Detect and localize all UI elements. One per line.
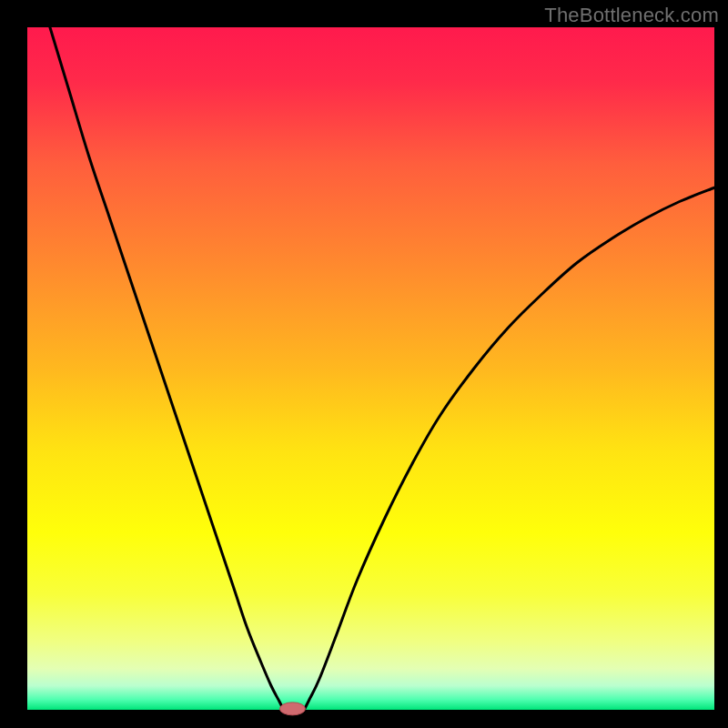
selected-point-marker: [279, 703, 305, 715]
chart-frame: TheBottleneck.com: [0, 0, 728, 728]
bottleneck-chart: [0, 0, 728, 728]
watermark-label: TheBottleneck.com: [544, 4, 719, 27]
plot-background: [27, 27, 714, 710]
